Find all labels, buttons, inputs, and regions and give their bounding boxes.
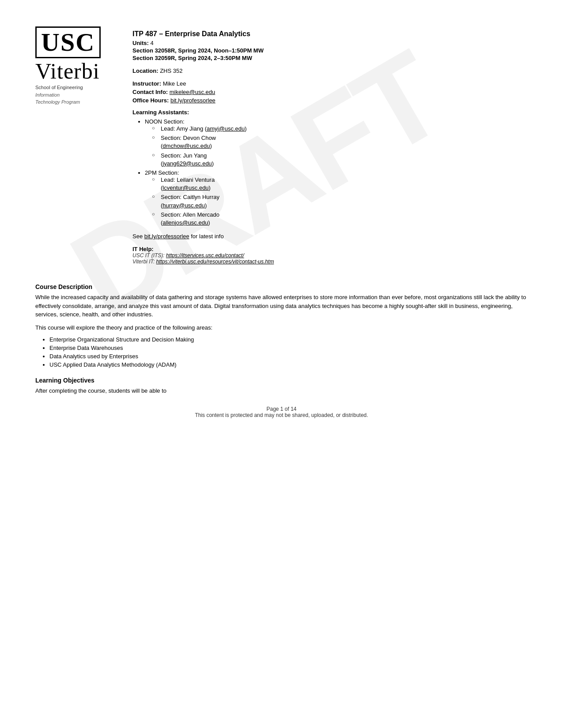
it-help-title: IT Help: — [132, 246, 528, 252]
learning-objectives-intro: After completing the course, students wi… — [35, 387, 528, 395]
2pm-assistant-2: Section: Caitlyn Hurray(hurray@usc.edu) — [152, 193, 528, 209]
units-row: Units: 4 — [132, 40, 528, 46]
location-value: ZHS 352 — [160, 68, 182, 74]
section2-row: Section 32059R, Spring 2024, 2–3:50PM MW — [132, 55, 528, 61]
viterbi-it-link[interactable]: https://viterbi.usc.edu/resources/vit/co… — [156, 259, 274, 265]
course-description-section: Course Description While the increased c… — [35, 283, 528, 368]
contact-link[interactable]: mikelee@usc.edu — [170, 89, 215, 95]
2pm-assistants-list: Lead: Leilani Ventura(lcventur@usc.edu) … — [145, 176, 528, 227]
page-container: DRAFT USC Viterbi School of Engineering … — [35, 26, 528, 418]
course-info: ITP 487 – Enterprise Data Analytics Unit… — [132, 26, 528, 273]
usc-it-link[interactable]: https://itservices.usc.edu/contact/ — [166, 252, 244, 259]
it-help-section: IT Help: USC IT (ITS): https://itservice… — [132, 246, 528, 265]
usc-logo-text: USC — [41, 30, 95, 55]
viterbi-logo-text: Viterbi — [35, 58, 100, 84]
learning-objectives-section: Learning Objectives After completing the… — [35, 377, 528, 395]
program-line1: Information — [35, 91, 83, 99]
area-1: Enterprise Organizational Structure and … — [49, 336, 528, 343]
school-name: School of Engineering — [35, 84, 83, 91]
noon-a2-email[interactable]: dmchow@usc.edu — [162, 143, 210, 149]
2pm-a2-email[interactable]: hurray@usc.edu — [162, 202, 205, 209]
noon-assistant-3: Section: Jun Yang(jyang629@usc.edu) — [152, 152, 528, 168]
la-list: NOON Section: Lead: Amy Jiang (amyj@usc.… — [132, 118, 528, 227]
logo-subtitle: School of Engineering Information Techno… — [35, 84, 83, 106]
noon-section-label: NOON Section: — [145, 118, 185, 125]
contact-row: Contact Info: mikelee@usc.edu — [132, 89, 528, 95]
contact-value: mikelee@usc.edu — [170, 89, 215, 95]
noon-a2-role: Section: Devon Chow(dmchow@usc.edu) — [161, 135, 216, 149]
program-line2: Technology Program — [35, 98, 83, 106]
2pm-a3-role: Section: Allen Mercado(allenjos@usc.edu) — [161, 211, 219, 226]
office-hours-value: bit.ly/professorlee — [170, 97, 215, 104]
location-label: Location: — [132, 68, 159, 74]
page-number: Page 1 of 14 — [35, 406, 528, 412]
usc-logo-box: USC — [35, 26, 101, 58]
location-row: Location: ZHS 352 — [132, 68, 528, 74]
contact-label: Contact Info: — [132, 89, 168, 95]
2pm-assistant-3: Section: Allen Mercado(allenjos@usc.edu) — [152, 211, 528, 227]
2pm-section-item: 2PM Section: Lead: Leilani Ventura(lcven… — [145, 169, 528, 227]
latest-info: See bit.ly/professorlee for latest info — [132, 233, 528, 240]
noon-a1-role: Lead: Amy Jiang ( — [161, 125, 207, 132]
latest-info-link[interactable]: bit.ly/professorlee — [144, 233, 189, 240]
noon-assistant-1: Lead: Amy Jiang (amyj@usc.edu) — [152, 125, 528, 133]
office-hours-label: Office Hours: — [132, 97, 169, 104]
area-2: Enterprise Data Warehouses — [49, 345, 528, 351]
logo-area: USC Viterbi School of Engineering Inform… — [35, 26, 115, 106]
2pm-section-label: 2PM Section: — [145, 169, 179, 176]
it-help-viterbi: Viterbi IT: https://viterbi.usc.edu/reso… — [132, 259, 528, 265]
viterbi-it-label: Viterbi IT: — [132, 259, 155, 265]
2pm-a1-role: Lead: Leilani Ventura(lcventur@usc.edu) — [161, 176, 215, 191]
course-description-p1: While the increased capacity and availab… — [35, 293, 528, 319]
it-help-usc: USC IT (ITS): https://itservices.usc.edu… — [132, 252, 528, 259]
learning-assistants-section: Learning Assistants: NOON Section: Lead:… — [132, 109, 528, 227]
2pm-a1-email[interactable]: lcventur@usc.edu — [162, 184, 208, 191]
office-hours-row: Office Hours: bit.ly/professorlee — [132, 97, 528, 104]
la-title: Learning Assistants: — [132, 109, 528, 116]
noon-assistants-list: Lead: Amy Jiang (amyj@usc.edu) Section: … — [145, 125, 528, 168]
usc-it-label: USC IT (ITS): — [132, 252, 165, 259]
2pm-assistant-1: Lead: Leilani Ventura(lcventur@usc.edu) — [152, 176, 528, 192]
units-label: Units: — [132, 40, 149, 46]
main-content: USC Viterbi School of Engineering Inform… — [35, 26, 528, 418]
latest-info-suffix: for latest info — [189, 233, 224, 240]
location-block: Location: ZHS 352 — [132, 68, 528, 74]
course-areas-list: Enterprise Organizational Structure and … — [35, 336, 528, 368]
area-3: Data Analytics used by Enterprises — [49, 353, 528, 360]
instructor-value: Mike Lee — [163, 80, 186, 87]
page-footer: Page 1 of 14 This content is protected a… — [35, 406, 528, 418]
footer-notice: This content is protected and may not be… — [35, 412, 528, 418]
header-row: USC Viterbi School of Engineering Inform… — [35, 26, 528, 273]
instructor-label: Instructor: — [132, 80, 161, 87]
noon-a3-email[interactable]: jyang629@usc.edu — [162, 160, 212, 167]
noon-a1-email[interactable]: amyj@usc.edu — [207, 125, 245, 132]
noon-a3-role: Section: Jun Yang(jyang629@usc.edu) — [161, 152, 214, 167]
latest-info-prefix: See — [132, 233, 144, 240]
instructor-row: Instructor: Mike Lee — [132, 80, 528, 87]
course-description-heading: Course Description — [35, 283, 528, 290]
learning-objectives-heading: Learning Objectives — [35, 377, 528, 384]
2pm-a2-role: Section: Caitlyn Hurray(hurray@usc.edu) — [161, 194, 219, 208]
2pm-a3-email[interactable]: allenjos@usc.edu — [162, 219, 208, 226]
noon-section-item: NOON Section: Lead: Amy Jiang (amyj@usc.… — [145, 118, 528, 168]
units-value: 4 — [150, 40, 153, 46]
noon-assistant-2: Section: Devon Chow(dmchow@usc.edu) — [152, 134, 528, 150]
section1-row: Section 32058R, Spring 2024, Noon–1:50PM… — [132, 47, 528, 54]
course-title: ITP 487 – Enterprise Data Analytics — [132, 30, 528, 38]
office-hours-link[interactable]: bit.ly/professorlee — [170, 97, 215, 104]
course-description-p2: This course will explore the theory and … — [35, 323, 528, 332]
area-4: USC Applied Data Analytics Methodology (… — [49, 361, 528, 368]
